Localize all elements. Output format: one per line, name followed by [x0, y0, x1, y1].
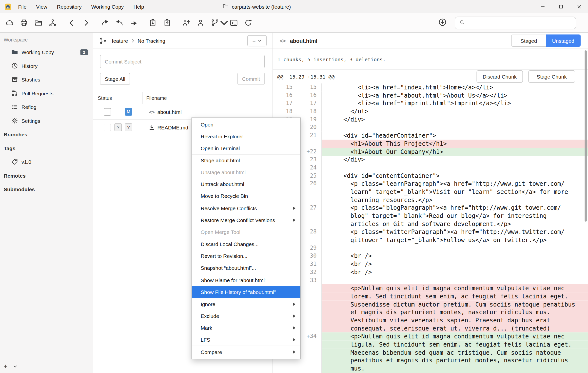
code-text: <li><a href="index.html">Home</a></li>	[321, 83, 588, 92]
toolbar-group	[2, 16, 60, 30]
old-line-number	[273, 365, 293, 373]
context-menu-item-resolve-merge-conflicts[interactable]: Resolve Merge Conflicts	[192, 202, 300, 214]
diff-line: 2424	[273, 164, 588, 172]
discard-chunk-button[interactable]: Discard Chunk	[477, 70, 523, 83]
chevron-down-icon[interactable]	[13, 365, 17, 367]
stage-all-button[interactable]: Stage All	[100, 73, 130, 85]
column-header-status[interactable]: Status	[93, 95, 142, 101]
toolbar-person-button[interactable]	[193, 16, 208, 30]
diff-line: 34 <p>Nullam quis elit id magna condimen…	[273, 284, 588, 292]
fetch-download-button[interactable]	[435, 16, 450, 30]
sidebar-footer: +	[4, 363, 17, 370]
toolbar-back-button[interactable]	[64, 16, 79, 30]
stash-save-icon	[149, 19, 157, 27]
sidebar-item-reflog[interactable]: Reflog	[0, 100, 93, 114]
toolbar-stash-apply-button[interactable]	[160, 16, 175, 30]
minimize-button[interactable]	[534, 0, 552, 13]
toolbar-stash-save-button[interactable]	[146, 16, 160, 30]
code-text: <p class="twitterParagraph"><a href="htt…	[321, 228, 588, 236]
context-menu-item-reveal-in-explorer[interactable]: Reveal in Explorer	[192, 130, 300, 142]
context-menu-item-compare[interactable]: Compare	[192, 346, 300, 358]
context-menu-item-open[interactable]: Open	[192, 119, 300, 130]
sidebar-item-v1-0[interactable]: v1.0	[0, 155, 93, 169]
stage-checkbox[interactable]	[104, 124, 111, 131]
toolbar-workflow-button[interactable]	[212, 16, 227, 30]
search-icon	[459, 19, 465, 26]
toolbar-push-arrow-button[interactable]	[127, 16, 141, 30]
context-menu-item-lfs[interactable]: LFS	[192, 334, 300, 346]
toolbar-terminal-button[interactable]	[227, 16, 241, 30]
submenu-arrow-icon	[293, 219, 295, 222]
menu-item-label: Show Blame for “about.html”	[201, 277, 266, 283]
context-menu-item-restore-merge-conflict-versions[interactable]: Restore Merge Conflict Versions	[192, 214, 300, 226]
sidebar-section-remotes[interactable]: Remotes	[0, 169, 93, 183]
context-menu-item-untrack-about-html[interactable]: Untrack about.html	[192, 178, 300, 190]
menubar-item-repository[interactable]: Repository	[52, 0, 86, 13]
toolbar-pull-arrow-button[interactable]	[112, 16, 127, 30]
scrollbar-thumb[interactable]	[585, 50, 587, 222]
toolbar-commit-person-button[interactable]	[179, 16, 194, 30]
sidebar-item-stashes[interactable]: Stashes	[0, 73, 93, 86]
toolbar-forward-button[interactable]	[79, 16, 94, 30]
sidebar-item-history[interactable]: History	[0, 59, 93, 73]
menubar-item-help[interactable]: Help	[129, 0, 149, 13]
refresh-icon	[244, 19, 253, 27]
column-header-filename[interactable]: Filename	[143, 95, 167, 101]
menubar-item-working-copy[interactable]: Working Copy	[86, 0, 129, 13]
toolbar-cloud-button[interactable]	[2, 16, 17, 30]
diff-line: mus.	[273, 365, 588, 373]
context-menu-item-ignore[interactable]: Ignore	[192, 298, 300, 310]
code-text: </div>	[321, 116, 588, 124]
context-menu-item-discard-local-changes[interactable]: Discard Local Changes...	[192, 238, 300, 250]
stash-icon	[11, 76, 18, 83]
sidebar-section-branches[interactable]: Branches	[0, 127, 93, 141]
tab-staged[interactable]: Staged	[511, 35, 546, 47]
context-menu-item-revert-to-revision[interactable]: Revert to Revision...	[192, 250, 300, 262]
toolbar-printer-button[interactable]	[17, 16, 31, 30]
code-text: Maecenas bibendum sed quam ac tristique.…	[321, 349, 588, 357]
stage-tabs: Staged Unstaged	[511, 35, 581, 47]
toolbar-publish-arrow-button[interactable]	[98, 16, 112, 30]
context-menu-item-exclude[interactable]: Exclude	[192, 310, 300, 322]
menubar-item-file[interactable]: File	[13, 0, 31, 13]
close-button[interactable]	[570, 0, 588, 13]
context-menu-item-open-in-terminal[interactable]: Open in Terminal	[192, 142, 300, 154]
stage-checkbox[interactable]	[104, 108, 111, 115]
context-menu-item-stage-about-html[interactable]: Stage about.html	[192, 155, 300, 166]
commit-subject-input[interactable]	[100, 55, 265, 68]
list-options-button[interactable]: ≡	[247, 35, 267, 46]
context-menu-item-move-to-recycle-bin[interactable]: Move to Recycle Bin	[192, 190, 300, 202]
context-menu-item-snapshot-about-html[interactable]: Snapshot “about.html”...	[192, 262, 300, 274]
submenu-arrow-icon	[293, 351, 295, 353]
toolbar-group	[146, 16, 175, 30]
diff-line: learn" target="_blank">Visit our "learn"…	[273, 188, 588, 196]
context-menu-item-mark[interactable]: Mark	[192, 322, 300, 334]
toolbar-refresh-button[interactable]	[241, 16, 256, 30]
context-menu-item-show-blame-for-about-html[interactable]: Show Blame for “about.html”	[192, 274, 300, 286]
sidebar-section-tags[interactable]: Tags	[0, 141, 93, 155]
tracking-status: No Tracking	[137, 38, 165, 43]
menubar-item-view[interactable]: View	[31, 0, 52, 13]
menu-item-label: Untrack about.html	[201, 181, 244, 187]
stage-chunk-button[interactable]: Stage Chunk	[529, 70, 575, 83]
toolbar-network-button[interactable]	[46, 16, 60, 30]
pull-request-icon	[11, 90, 18, 97]
toolbar	[0, 13, 588, 33]
tab-unstaged[interactable]: Unstaged	[546, 35, 581, 47]
maximize-button[interactable]	[552, 0, 570, 13]
sidebar-item-working-copy[interactable]: Working Copy2	[0, 45, 93, 59]
menu-item-label: Revert to Revision...	[201, 253, 247, 259]
new-line-number: 16	[293, 91, 317, 100]
search-input[interactable]	[468, 17, 576, 29]
code-text: Vestibulum vitae venenatis sapien. Praes…	[321, 316, 588, 325]
sidebar-section-submodules[interactable]: Submodules	[0, 182, 93, 196]
menu-item-label: Show File History of “about.html”	[201, 289, 276, 295]
toolbar-folder-open-button[interactable]	[31, 16, 46, 30]
diff-line: 2929	[273, 244, 588, 252]
sidebar-item-settings[interactable]: Settings	[0, 114, 93, 128]
sidebar-item-pull-requests[interactable]: Pull Requests	[0, 86, 93, 100]
commit-button[interactable]: Commit	[237, 73, 265, 85]
add-repository-button[interactable]: +	[4, 363, 7, 370]
context-menu-item-show-file-history-of-about-html[interactable]: Show File History of “about.html”	[192, 286, 300, 298]
line-numbers: 1818	[273, 107, 322, 116]
